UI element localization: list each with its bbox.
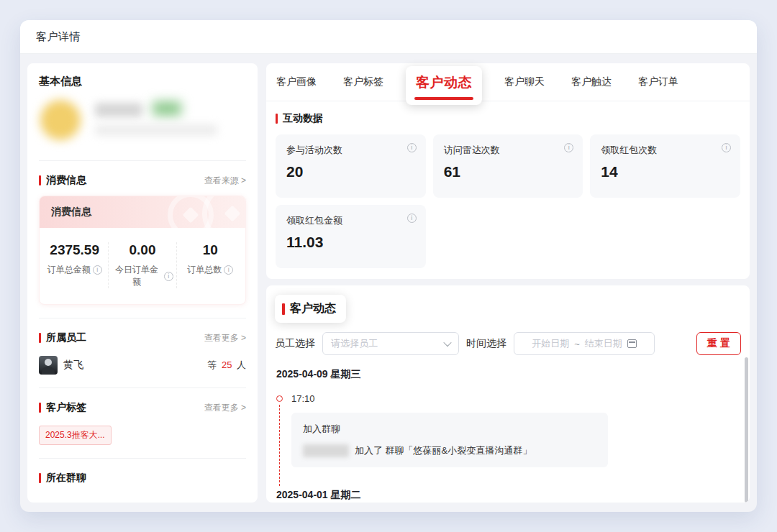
interaction-stat-grid: 参与活动次数 i 20 访问雷达次数 i 61 领取红包次数 i 14	[276, 134, 740, 268]
time-filter-label: 时间选择	[466, 337, 506, 350]
active-tab-underline	[414, 97, 473, 100]
member-name-blurred	[303, 444, 349, 457]
staff-more-link[interactable]: 查看更多 >	[204, 332, 246, 344]
calendar-icon	[627, 339, 637, 348]
staff-section-header: 所属员工 查看更多 >	[39, 331, 246, 344]
dynamics-section-title: 客户动态	[290, 301, 336, 316]
date-start-placeholder: 开始日期	[532, 337, 569, 350]
tab-bar: 客户画像 客户标签 客户动态 客户聊天 客户触达 客户订单	[266, 63, 750, 101]
customer-name-blurred	[95, 103, 142, 117]
divider	[39, 160, 246, 161]
info-icon[interactable]: i	[722, 143, 731, 152]
divider	[39, 458, 246, 459]
customer-detail-window: 客户详情 基本信息 消费信息 查看来源 > 消费信息	[20, 20, 757, 512]
timeline-scrollbar[interactable]	[745, 357, 748, 503]
window-header: 客户详情	[20, 20, 757, 54]
consume-card-header: 消费信息	[40, 196, 245, 228]
timeline-event-title: 加入群聊	[303, 423, 596, 436]
basic-info-title: 基本信息	[39, 75, 246, 88]
consume-section-header: 消费信息 查看来源 >	[39, 174, 246, 187]
red-bar	[276, 114, 278, 124]
dynamics-card: 客户动态 员工选择 请选择员工 时间选择 开始日期 ~ 结束日期	[266, 285, 750, 503]
tab-customer-dynamics-active[interactable]: 客户动态	[406, 66, 482, 105]
view-source-link[interactable]: 查看来源 >	[204, 175, 246, 187]
timeline-event-card: 加入群聊 加入了 群聊「悠葆丽&小裂变直播沟通群」	[291, 413, 608, 467]
tab-customer-chat[interactable]: 客户聊天	[504, 75, 545, 88]
consume-card-title: 消费信息	[51, 206, 91, 219]
interaction-card: 客户画像 客户标签 客户动态 客户聊天 客户触达 客户订单 互动数据	[266, 63, 750, 279]
stat-card-redpacket-count: 领取红包次数 i 14	[590, 134, 740, 198]
red-bar	[39, 473, 41, 483]
timeline-group: 2025-04-01 星期二 10:21	[276, 489, 741, 503]
tab-customer-portrait[interactable]: 客户画像	[276, 75, 317, 88]
content-area: 基本信息 消费信息 查看来源 > 消费信息	[20, 54, 757, 512]
red-bar	[282, 303, 285, 315]
divider	[39, 387, 246, 388]
date-end-placeholder: 结束日期	[585, 337, 622, 350]
tags-section-title: 客户标签	[39, 401, 86, 414]
tags-section-header: 客户标签 查看更多 >	[39, 401, 246, 414]
groups-section-header: 所在群聊	[39, 472, 246, 485]
info-icon[interactable]: i	[407, 214, 417, 223]
stat-card-radar-visits: 访问雷达次数 i 61	[433, 134, 583, 198]
coin-decoration-icon	[202, 196, 245, 228]
staff-name: 黄飞	[63, 359, 83, 372]
timeline-date: 2025-04-01 星期二	[276, 489, 741, 502]
staff-row: 黄飞 等 25 人	[39, 356, 246, 375]
dynamics-timeline: 2025-04-09 星期三 17:10 加入群聊 加入了 群聊「悠葆丽&小裂变…	[275, 368, 741, 503]
tab-customer-tags[interactable]: 客户标签	[343, 75, 383, 88]
info-icon[interactable]: i	[224, 265, 233, 275]
timeline-date: 2025-04-09 星期三	[276, 368, 741, 381]
date-range-picker[interactable]: 开始日期 ~ 结束日期	[514, 332, 655, 355]
staff-select-placeholder: 请选择员工	[331, 337, 378, 350]
timeline-item: 17:10 加入群聊 加入了 群聊「悠葆丽&小裂变直播沟通群」	[276, 393, 741, 467]
red-bar	[39, 333, 41, 343]
staff-count: 等 25 人	[207, 359, 246, 372]
chevron-down-icon	[443, 339, 451, 347]
reset-button[interactable]: 重置	[696, 332, 741, 355]
stat-today-order-amount: 0.00 今日订单金额 i	[108, 242, 176, 288]
timeline-event-desc: 加入了 群聊「悠葆丽&小裂变直播沟通群」	[303, 444, 596, 457]
info-icon[interactable]: i	[407, 143, 417, 152]
info-icon[interactable]: i	[164, 272, 173, 281]
date-separator: ~	[574, 339, 580, 349]
interaction-section-title: 互动数据	[276, 112, 740, 125]
staff-filter-label: 员工选择	[275, 337, 315, 350]
divider	[39, 318, 246, 318]
staff-count-number: 25	[222, 359, 232, 370]
customer-avatar-blurred	[40, 100, 81, 140]
info-icon[interactable]: i	[93, 265, 102, 275]
red-bar	[39, 175, 41, 185]
groups-section-title: 所在群聊	[39, 472, 86, 485]
basic-info-panel: 基本信息 消费信息 查看来源 > 消费信息	[27, 63, 258, 503]
customer-subinfo-blurred	[95, 124, 217, 136]
tags-more-link[interactable]: 查看更多 >	[204, 402, 246, 414]
stat-card-redpacket-amount: 领取红包金额 i 11.03	[276, 205, 426, 268]
info-icon[interactable]: i	[564, 143, 573, 152]
right-column: 客户画像 客户标签 客户动态 客户聊天 客户触达 客户订单 互动数据	[266, 63, 750, 503]
timeline-marker-icon	[276, 395, 283, 402]
staff-section-title: 所属员工	[39, 331, 86, 344]
stat-order-count: 10 订单总数 i	[176, 242, 244, 288]
red-bar	[39, 403, 41, 413]
customer-tag: 2025.3推客大...	[39, 426, 112, 445]
interaction-section: 互动数据 参与活动次数 i 20 访问雷达次数 i 61	[266, 101, 750, 279]
customer-profile-blurred	[39, 94, 246, 147]
page-title: 客户详情	[36, 30, 81, 44]
timeline-group: 2025-04-09 星期三 17:10 加入群聊 加入了 群聊「悠葆丽&小裂变…	[276, 368, 741, 467]
dynamics-filter-row: 员工选择 请选择员工 时间选择 开始日期 ~ 结束日期 重置	[275, 332, 741, 355]
timeline-time: 17:10	[291, 393, 741, 404]
consume-section-title: 消费信息	[39, 174, 86, 187]
dynamics-section-callout: 客户动态	[275, 295, 346, 323]
staff-select[interactable]: 请选择员工	[322, 332, 459, 355]
stat-order-total-amount: 2375.59 订单总金额 i	[41, 242, 108, 288]
staff-avatar	[39, 356, 58, 375]
wechat-badge-blurred	[153, 101, 181, 116]
tab-customer-reach[interactable]: 客户触达	[571, 75, 612, 88]
consume-stats: 2375.59 订单总金额 i 0.00 今日订单金额 i	[40, 228, 245, 304]
stat-card-activity-count: 参与活动次数 i 20	[276, 134, 426, 198]
consume-card: 消费信息 2375.59 订单总金额 i 0.00	[39, 196, 246, 305]
tab-customer-orders[interactable]: 客户订单	[638, 75, 678, 88]
